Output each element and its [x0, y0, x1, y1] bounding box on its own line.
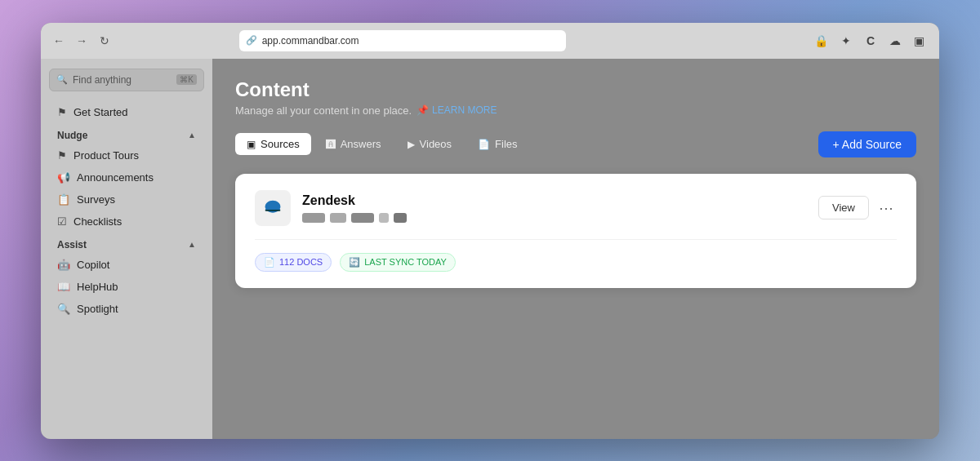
- search-bar[interactable]: 🔍 Find anything ⌘K: [49, 69, 204, 91]
- checklists-icon: ☑: [57, 215, 67, 228]
- tab-videos[interactable]: ▶ Videos: [396, 133, 464, 155]
- sidebar-item-label-copilot: Copilot: [77, 259, 109, 271]
- sidebar-item-label-checklists: Checklists: [74, 215, 122, 228]
- tab-videos-label: Videos: [420, 138, 452, 150]
- sidebar-item-helphub[interactable]: 📖 HelpHub: [46, 276, 207, 298]
- sidebar-item-product-tours[interactable]: ⚑ Product Tours: [46, 144, 207, 166]
- files-tab-icon: 📄: [478, 139, 490, 150]
- sidebar-item-label-spotlight: Spotlight: [77, 303, 118, 315]
- source-logo: [255, 190, 291, 226]
- source-tag-4: [379, 213, 389, 223]
- answers-tab-icon: 🅰: [326, 139, 336, 150]
- nudge-label: Nudge: [57, 130, 87, 141]
- source-name: Zendesk: [302, 193, 807, 208]
- product-tours-icon: ⚑: [57, 149, 67, 162]
- sidebar-item-announcements[interactable]: 📢 Announcements: [46, 166, 207, 188]
- get-started-icon: ⚑: [57, 106, 67, 118]
- source-card-header: Zendesk View ⋯: [255, 190, 897, 226]
- tab-files[interactable]: 📄 Files: [466, 133, 528, 155]
- tab-files-label: Files: [495, 138, 517, 150]
- back-button[interactable]: ←: [51, 33, 67, 49]
- announcements-icon: 📢: [57, 171, 70, 184]
- learn-more-label: LEARN MORE: [432, 104, 497, 116]
- more-options-button[interactable]: ⋯: [875, 196, 897, 220]
- zendesk-logo-icon: [261, 196, 285, 220]
- sync-badge: 🔄 LAST SYNC TODAY: [340, 253, 456, 272]
- extension3-icon-btn[interactable]: ☁: [885, 31, 905, 51]
- source-tag-2: [330, 213, 346, 223]
- docs-badge-icon: 📄: [264, 257, 275, 268]
- sidebar-item-label-surveys: Surveys: [77, 193, 115, 206]
- source-card-actions: View ⋯: [818, 196, 897, 220]
- browser-body: 🔍 Find anything ⌘K ⚑ Get Started Nudge ▲…: [41, 59, 939, 439]
- sidebar-item-get-started[interactable]: ⚑ Get Started: [46, 101, 207, 123]
- assist-chevron-icon: ▲: [188, 240, 196, 249]
- nudge-chevron-icon: ▲: [188, 131, 196, 140]
- surveys-icon: 📋: [57, 193, 70, 206]
- search-placeholder: Find anything: [73, 74, 172, 86]
- search-shortcut: ⌘K: [176, 74, 197, 85]
- password-icon-btn[interactable]: 🔒: [812, 31, 831, 51]
- source-tags: [302, 213, 807, 223]
- address-bar[interactable]: 🔗 app.commandbar.com: [239, 30, 566, 51]
- assist-section-header: Assist ▲: [46, 233, 207, 254]
- url-text: app.commandbar.com: [262, 35, 359, 47]
- extension1-icon-btn[interactable]: ✦: [836, 31, 856, 51]
- learn-more-link[interactable]: 📌 LEARN MORE: [416, 104, 497, 116]
- source-card: Zendesk View ⋯: [235, 174, 916, 288]
- copilot-icon: 🤖: [57, 259, 70, 271]
- videos-tab-icon: ▶: [408, 139, 415, 150]
- sidebar-item-label-get-started: Get Started: [74, 106, 127, 118]
- assist-label: Assist: [57, 239, 87, 250]
- docs-badge-label: 112 DOCS: [279, 257, 323, 267]
- sync-badge-label: LAST SYNC TODAY: [364, 257, 447, 267]
- tab-answers[interactable]: 🅰 Answers: [314, 133, 393, 155]
- spotlight-icon: 🔍: [57, 303, 70, 315]
- sidebar-toggle-btn[interactable]: ▣: [910, 31, 929, 51]
- sidebar-item-label-helphub: HelpHub: [77, 281, 118, 293]
- refresh-button[interactable]: ↻: [96, 33, 113, 49]
- source-tag-3: [351, 213, 374, 223]
- tab-answers-label: Answers: [341, 138, 381, 150]
- tab-sources[interactable]: ▣ Sources: [235, 133, 311, 155]
- toolbar-right: 🔒 ✦ C ☁ ▣: [812, 31, 929, 51]
- browser-window: ← → ↻ 🔗 app.commandbar.com 🔒 ✦ C ☁ ▣ 🔍 F…: [41, 23, 939, 439]
- sidebar-item-label-announcements: Announcements: [77, 171, 154, 184]
- source-card-footer: 📄 112 DOCS 🔄 LAST SYNC TODAY: [255, 253, 897, 272]
- page-subtitle-text: Manage all your content in one place.: [235, 104, 412, 117]
- sidebar-item-label-product-tours: Product Tours: [74, 149, 139, 162]
- source-card-divider: [255, 239, 897, 240]
- main-content: Content Manage all your content in one p…: [212, 59, 939, 439]
- search-icon: 🔍: [56, 74, 68, 85]
- learn-more-icon: 📌: [416, 104, 429, 116]
- source-info: Zendesk: [302, 193, 807, 223]
- lock-icon: 🔗: [246, 35, 257, 46]
- page-title: Content: [235, 78, 916, 101]
- sidebar-item-surveys[interactable]: 📋 Surveys: [46, 188, 207, 211]
- source-tag-5: [394, 213, 407, 223]
- forward-button[interactable]: →: [74, 33, 90, 49]
- sidebar-item-checklists[interactable]: ☑ Checklists: [46, 211, 207, 233]
- helphub-icon: 📖: [57, 281, 70, 293]
- view-button[interactable]: View: [818, 196, 869, 219]
- sidebar-item-copilot[interactable]: 🤖 Copilot: [46, 254, 207, 276]
- tabs-row: ▣ Sources 🅰 Answers ▶ Videos 📄 Files + A…: [235, 131, 916, 157]
- sources-tab-icon: ▣: [247, 139, 256, 150]
- sidebar-item-spotlight[interactable]: 🔍 Spotlight: [46, 298, 207, 320]
- sync-badge-icon: 🔄: [349, 257, 360, 268]
- add-source-button[interactable]: + Add Source: [818, 131, 916, 157]
- add-source-btn-label: + Add Source: [833, 138, 902, 151]
- extension2-icon-btn[interactable]: C: [861, 31, 880, 51]
- docs-badge: 📄 112 DOCS: [255, 253, 332, 272]
- sidebar: 🔍 Find anything ⌘K ⚑ Get Started Nudge ▲…: [41, 59, 212, 439]
- source-tag-1: [302, 213, 325, 223]
- browser-toolbar: ← → ↻ 🔗 app.commandbar.com 🔒 ✦ C ☁ ▣: [41, 23, 939, 59]
- nudge-section-header: Nudge ▲: [46, 123, 207, 144]
- svg-rect-0: [265, 209, 281, 211]
- page-subtitle: Manage all your content in one place. 📌 …: [235, 104, 916, 117]
- tab-sources-label: Sources: [261, 138, 300, 150]
